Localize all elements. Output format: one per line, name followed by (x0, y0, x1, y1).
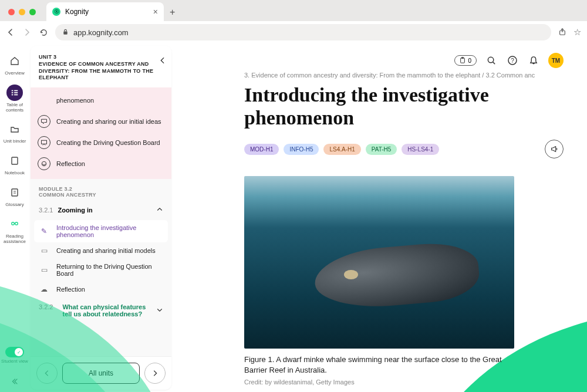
back-button[interactable] (6, 28, 15, 37)
clipboard-icon (460, 57, 465, 64)
module-heading: MODULE 3.2 COMMON ANCESTRY (34, 179, 168, 200)
reload-button[interactable] (39, 28, 48, 37)
address-bar[interactable]: app.kognity.com (55, 24, 551, 40)
browser-chrome: ⦿ Kognity × + app.kognity.com ☆ (0, 0, 587, 43)
avatar[interactable]: TM (548, 53, 564, 68)
book-icon: ▭ (38, 266, 50, 274)
share-icon[interactable] (558, 28, 566, 38)
notifications-icon[interactable] (527, 54, 540, 67)
prev-unit-button[interactable] (36, 363, 58, 384)
toc-item[interactable]: ☁ Reflection (34, 281, 168, 298)
url-text: app.kognity.com (73, 28, 129, 37)
collapse-rail-icon[interactable] (6, 373, 23, 392)
tag[interactable]: INFO-H5 (284, 144, 319, 155)
rail-unit-binder[interactable]: Unit binder (4, 121, 26, 144)
board-icon (38, 136, 50, 149)
section-toggle[interactable]: 3.2.1Zooming in (34, 200, 168, 220)
rail-notebook[interactable]: Notebook (5, 153, 25, 176)
pencil-icon: ✎ (38, 227, 50, 235)
breadcrumb: 3. Evidence of common ancestry and diver… (244, 72, 564, 79)
svg-point-16 (488, 57, 493, 62)
chevron-down-icon (156, 306, 163, 315)
chevron-up-icon (156, 206, 163, 214)
book-icon: ▭ (38, 246, 50, 255)
browser-tab[interactable]: ⦿ Kognity × (46, 2, 164, 21)
toc-item-active[interactable]: ✎ Introducing the investigative phenomen… (34, 220, 168, 242)
toc-panel: UNIT 3 EVIDENCE OF COMMON ANCESTRY AND D… (31, 46, 171, 390)
help-icon[interactable]: ? (506, 54, 519, 67)
svg-rect-8 (12, 157, 18, 164)
tags-row: MOD-H1 INFO-H5 LS4.A-H1 PAT-H5 HS-LS4-1 (244, 140, 564, 158)
favicon-icon: ⦿ (52, 8, 60, 16)
toc-header: UNIT 3 EVIDENCE OF COMMON ANCESTRY AND D… (31, 46, 171, 87)
svg-point-10 (12, 222, 15, 225)
svg-rect-7 (14, 94, 18, 95)
new-tab-button[interactable]: + (164, 7, 181, 21)
close-tab-icon[interactable]: × (153, 7, 158, 16)
svg-rect-9 (12, 189, 18, 196)
svg-text:?: ? (511, 58, 514, 64)
lock-icon (62, 29, 69, 36)
maximize-window-icon[interactable] (29, 9, 36, 15)
toc-item[interactable]: Reflection (34, 153, 168, 174)
svg-rect-2 (12, 90, 14, 91)
cloud-icon: ☁ (38, 285, 50, 293)
tag[interactable]: PAT-H5 (366, 144, 397, 155)
student-view-toggle[interactable]: ✓ Student view (1, 347, 28, 364)
rail-glossary[interactable]: Glossary (5, 184, 24, 208)
whale-image (244, 176, 514, 349)
tag[interactable]: LS4.A-H1 (323, 144, 360, 155)
svg-rect-6 (12, 94, 14, 95)
left-rail: Overview Table of contents Unit binder N… (0, 43, 29, 392)
all-units-button[interactable]: All units (62, 363, 140, 384)
bookmark-icon[interactable]: ☆ (573, 27, 581, 38)
megaphone-icon[interactable] (545, 140, 564, 158)
toc-item[interactable]: Creating and sharing our initial ideas (34, 111, 168, 132)
clipboard-count[interactable]: 0 (454, 55, 477, 66)
rail-reading-assistance[interactable]: Reading assistance (0, 216, 29, 245)
tab-title: Kognity (65, 8, 149, 16)
toc-item[interactable]: ▭ Creating and sharing initial models (34, 242, 168, 259)
svg-rect-3 (14, 90, 18, 91)
svg-point-11 (15, 222, 18, 225)
next-unit-button[interactable] (144, 363, 166, 384)
close-window-icon[interactable] (8, 9, 15, 15)
reflection-icon (38, 157, 50, 170)
toc-item[interactable]: phenomenon (34, 90, 168, 111)
tag[interactable]: HS-LS4-1 (402, 144, 439, 155)
minimize-window-icon[interactable] (19, 9, 25, 15)
chat-icon (38, 115, 50, 128)
svg-rect-12 (42, 140, 47, 144)
rail-toc[interactable]: Table of contents (0, 85, 29, 113)
tag[interactable]: MOD-H1 (244, 144, 279, 155)
toc-item[interactable]: ▭ Returning to the Driving Question Boar… (34, 259, 168, 281)
section-toggle[interactable]: 3.2.2What can physical features tell us … (34, 298, 168, 323)
chevron-left-icon[interactable] (158, 56, 167, 67)
page-title: Introducing the investigative phenomenon (244, 83, 564, 129)
content-area: 0 ? TM 3. Evidence of common ancestry an… (174, 43, 587, 392)
search-icon[interactable] (485, 54, 498, 67)
toc-item[interactable]: Creating the Driving Question Board (34, 132, 168, 153)
svg-rect-4 (12, 92, 14, 93)
svg-rect-0 (63, 31, 67, 34)
figure-credit: Credit: by wildestanimal, Getty Images (244, 379, 514, 386)
figure: Figure 1. A dwarf minke whale swimming n… (244, 176, 514, 385)
forward-button[interactable] (22, 28, 32, 37)
window-controls (6, 9, 41, 21)
rail-overview[interactable]: Overview (5, 53, 24, 76)
figure-caption: Figure 1. A dwarf minke whale swimming n… (244, 354, 514, 376)
svg-rect-5 (14, 92, 18, 93)
